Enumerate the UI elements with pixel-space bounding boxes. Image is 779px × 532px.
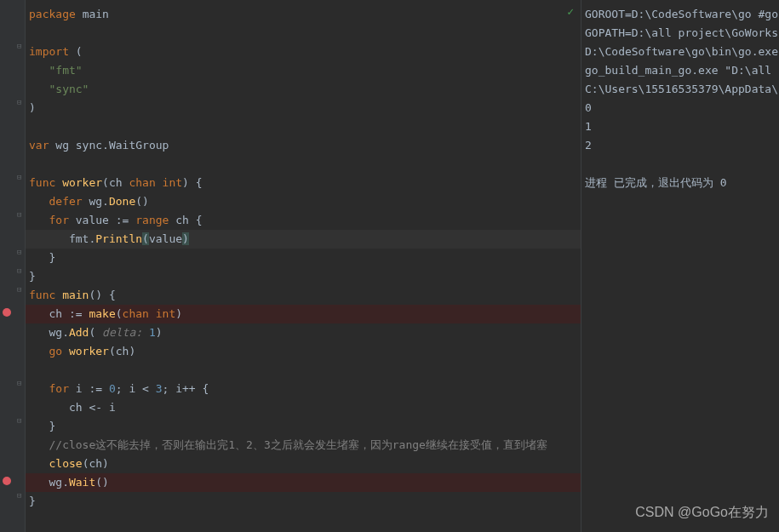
fold-icon[interactable]: ⊟ xyxy=(17,248,21,256)
fold-icon[interactable]: ⊟ xyxy=(17,98,21,106)
console-output: 1 xyxy=(585,117,776,136)
console-output: D:\CodeSoftware\go\bin\go.exe xyxy=(585,43,776,61)
console-output: go_build_main_go.exe "D:\all xyxy=(585,61,776,80)
code-line: "sync" xyxy=(26,80,581,99)
console-exit-status: 进程 已完成，退出代码为 0 xyxy=(585,174,776,192)
code-line: fmt.Println(value) xyxy=(26,230,581,249)
code-line: } xyxy=(26,492,581,511)
fold-icon[interactable]: ⊟ xyxy=(17,42,21,50)
console-output xyxy=(585,155,776,174)
code-line: ) xyxy=(26,99,581,117)
fold-icon[interactable]: ⊟ xyxy=(17,210,21,219)
console-output: GOROOT=D:\CodeSoftware\go #go xyxy=(585,5,776,24)
editor-gutter: ⊟ ⊟ ⊟ ⊟ ⊟ ⊟ ⊟ ⊟ ⊟ ⊟ xyxy=(0,0,26,532)
fold-icon[interactable]: ⊟ xyxy=(17,379,21,387)
code-line: } xyxy=(26,417,581,436)
code-line: for value := range ch { xyxy=(26,211,581,230)
fold-icon[interactable]: ⊟ xyxy=(17,285,21,294)
code-line: defer wg.Done() xyxy=(26,192,581,211)
console-output: GOPATH=D:\all project\GoWorks xyxy=(585,24,776,43)
code-line: import ( xyxy=(26,43,581,61)
code-line: wg.Add( delta: 1) xyxy=(26,323,581,342)
code-line: ch := make(chan int) xyxy=(26,305,581,323)
code-line: wg.Wait() xyxy=(26,473,581,492)
code-line: package main xyxy=(26,5,581,24)
console-output: 2 xyxy=(585,136,776,155)
code-editor[interactable]: ✓ package main import ( "fmt" "sync" ) v… xyxy=(26,0,581,532)
breakpoint-icon[interactable] xyxy=(3,308,11,317)
fold-icon[interactable]: ⊟ xyxy=(17,491,21,500)
code-line xyxy=(26,155,581,174)
code-line: go worker(ch) xyxy=(26,342,581,361)
code-line: close(ch) xyxy=(26,455,581,473)
breakpoint-icon[interactable] xyxy=(3,477,11,485)
code-line xyxy=(26,361,581,380)
fold-icon[interactable]: ⊟ xyxy=(17,266,21,275)
code-line xyxy=(26,24,581,43)
console-output: C:\Users\15516535379\AppData\ xyxy=(585,80,776,99)
code-line: for i := 0; i < 3; i++ { xyxy=(26,380,581,398)
fold-icon[interactable]: ⊟ xyxy=(17,416,21,425)
code-line: "fmt" xyxy=(26,61,581,80)
code-line: ch <- i xyxy=(26,398,581,417)
code-line xyxy=(26,117,581,136)
fold-icon[interactable]: ⊟ xyxy=(17,173,21,181)
code-line: //close这不能去掉，否则在输出完1、2、3之后就会发生堵塞，因为range… xyxy=(26,436,581,455)
code-line: func worker(ch chan int) { xyxy=(26,174,581,192)
code-line: } xyxy=(26,249,581,267)
csdn-watermark: CSDN @GoGo在努力 xyxy=(635,504,769,522)
run-console[interactable]: GOROOT=D:\CodeSoftware\go #go GOPATH=D:\… xyxy=(581,0,779,532)
code-line: func main() { xyxy=(26,286,581,305)
code-line: var wg sync.WaitGroup xyxy=(26,136,581,155)
code-line: } xyxy=(26,267,581,286)
console-output: 0 xyxy=(585,99,776,117)
